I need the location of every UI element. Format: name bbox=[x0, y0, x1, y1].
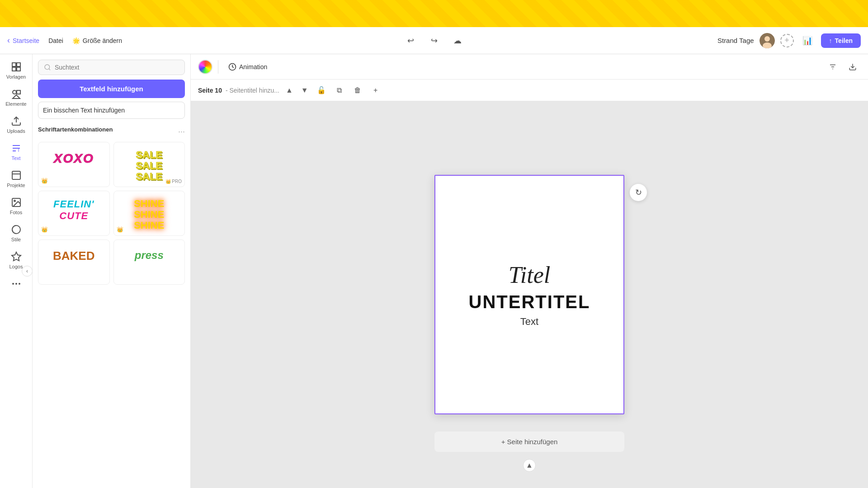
collapse-pages-button[interactable]: ▲ bbox=[523, 459, 536, 472]
left-panel: Textfeld hinzufügen Ein bisschen Text hi… bbox=[33, 54, 191, 488]
xoxo-text: XOXO bbox=[54, 151, 94, 166]
svg-point-18 bbox=[19, 283, 20, 284]
font-card-sale[interactable]: SALESALESALE 👑 PRO bbox=[113, 142, 185, 187]
sidebar-item-label: Uploads bbox=[7, 128, 25, 134]
sale-text: SALESALESALE bbox=[136, 150, 162, 183]
svg-point-16 bbox=[13, 283, 14, 284]
page-lock-button[interactable]: 🔓 bbox=[315, 84, 328, 97]
download-button[interactable] bbox=[844, 59, 861, 75]
svg-marker-15 bbox=[12, 252, 21, 261]
add-page-button[interactable]: + Seite hinzufügen bbox=[434, 432, 624, 452]
collapse-panel-button[interactable]: ‹ bbox=[22, 266, 33, 277]
page-label: Seite 10 bbox=[198, 87, 222, 94]
canvas-title[interactable]: Titel bbox=[509, 262, 550, 288]
back-label: Startseite bbox=[13, 37, 39, 44]
svg-point-13 bbox=[14, 200, 15, 202]
project-name: Strand Tage bbox=[717, 37, 754, 44]
crown-icon-shine: 👑 bbox=[117, 226, 123, 233]
sidebar-item-stile[interactable]: Stile bbox=[2, 221, 31, 246]
size-icon: 🌟 bbox=[72, 37, 80, 44]
svg-point-7 bbox=[13, 90, 16, 94]
font-card-press[interactable]: press bbox=[113, 239, 185, 285]
stats-button[interactable]: 📊 bbox=[799, 33, 816, 49]
add-textfield-button[interactable]: Textfeld hinzufügen bbox=[38, 80, 185, 98]
undo-button[interactable]: ↩ bbox=[402, 33, 419, 49]
save-cloud-button[interactable]: ☁ bbox=[449, 33, 466, 49]
share-button[interactable]: ↑ Teilen bbox=[821, 33, 861, 48]
page-duplicate-button[interactable]: ⧉ bbox=[333, 84, 346, 97]
header: ‹ Startseite Datei 🌟 Größe ändern ↩ ↪ ☁ … bbox=[0, 27, 868, 54]
more-options-button[interactable]: ··· bbox=[178, 127, 185, 136]
sidebar-item-elemente[interactable]: Elemente bbox=[2, 85, 31, 110]
canvas-page[interactable]: Titel UNTERTITEL Text bbox=[434, 175, 624, 414]
sidebar-item-vorlagen[interactable]: Vorlagen bbox=[2, 58, 31, 83]
page-nav-up[interactable]: ▲ bbox=[284, 85, 295, 95]
filter-button[interactable] bbox=[825, 59, 841, 75]
header-center: ↩ ↪ ☁ bbox=[402, 33, 466, 49]
sidebar-item-label: Vorlagen bbox=[6, 74, 26, 80]
font-card-xoxo[interactable]: XOXO 👑 bbox=[38, 142, 110, 187]
canvas-toolbar: Animation bbox=[191, 54, 868, 80]
svg-point-19 bbox=[45, 65, 50, 70]
canvas-body-text[interactable]: Text bbox=[520, 316, 538, 328]
canvas-area: Animation Seite 10 - Seitentitel h bbox=[191, 54, 868, 488]
page-subtitle: - Seitentitel hinzu... bbox=[226, 87, 279, 94]
search-input[interactable] bbox=[55, 64, 179, 71]
sidebar-item-label: Text bbox=[11, 155, 20, 161]
sidebar-item-label: Stile bbox=[11, 237, 21, 242]
page-delete-button[interactable]: 🗑 bbox=[351, 84, 364, 97]
add-user-button[interactable]: + bbox=[780, 34, 794, 47]
font-grid: XOXO 👑 SALESALESALE 👑 PRO FEELIN' CUTE bbox=[38, 142, 185, 285]
top-banner bbox=[0, 0, 868, 27]
page-controls: Seite 10 - Seitentitel hinzu... ▲ ▼ 🔓 ⧉ … bbox=[191, 80, 868, 101]
canvas-subtitle[interactable]: UNTERTITEL bbox=[469, 292, 590, 312]
sidebar-item-fotos[interactable]: Fotos bbox=[2, 193, 31, 219]
sidebar-item-label: Fotos bbox=[10, 210, 23, 215]
press-text: press bbox=[135, 249, 164, 262]
font-card-baked[interactable]: BAKED bbox=[38, 239, 110, 285]
svg-point-1 bbox=[764, 36, 770, 42]
svg-rect-3 bbox=[12, 63, 16, 66]
sidebar-item-uploads[interactable]: Uploads bbox=[2, 112, 31, 137]
animation-button[interactable]: Animation bbox=[224, 60, 272, 74]
svg-rect-4 bbox=[17, 63, 20, 66]
svg-rect-6 bbox=[17, 67, 20, 71]
page-nav-down[interactable]: ▼ bbox=[299, 85, 310, 95]
search-box bbox=[38, 60, 185, 75]
sidebar-item-label: Projekte bbox=[7, 183, 25, 188]
svg-rect-8 bbox=[17, 90, 20, 94]
canvas-scroll[interactable]: Titel UNTERTITEL Text ↻ + Seite hinzufüg… bbox=[191, 101, 868, 488]
avatar bbox=[760, 33, 775, 48]
page-add-button[interactable]: + bbox=[369, 84, 382, 97]
color-picker-button[interactable] bbox=[198, 60, 212, 74]
refresh-button[interactable]: ↻ bbox=[630, 184, 647, 201]
sidebar-item-apps[interactable] bbox=[2, 275, 31, 295]
font-card-feelin[interactable]: FEELIN' CUTE 👑 bbox=[38, 191, 110, 236]
back-arrow-icon: ‹ bbox=[7, 36, 10, 45]
toolbar-divider bbox=[218, 60, 218, 74]
add-page-wrapper: + Seite hinzufügen bbox=[434, 424, 624, 452]
animation-icon bbox=[228, 63, 236, 71]
animation-label: Animation bbox=[239, 63, 267, 70]
crown-icon-sale: 👑 bbox=[165, 179, 171, 184]
svg-line-20 bbox=[49, 69, 50, 70]
shine-text: SHINESHINESHINE bbox=[134, 198, 164, 231]
sidebar-item-projekte[interactable]: Projekte bbox=[2, 166, 31, 192]
size-change-btn[interactable]: 🌟 Größe ändern bbox=[72, 37, 122, 44]
left-panel-inner: Textfeld hinzufügen Ein bisschen Text hi… bbox=[33, 54, 190, 488]
crown-icon-xoxo: 👑 bbox=[41, 178, 48, 184]
back-button[interactable]: ‹ Startseite bbox=[7, 36, 39, 45]
sidebar-item-text[interactable]: T Text bbox=[2, 139, 31, 164]
redo-button[interactable]: ↪ bbox=[426, 33, 442, 49]
add-small-text-button[interactable]: Ein bisschen Text hinzufügen bbox=[38, 102, 185, 119]
svg-rect-11 bbox=[12, 171, 20, 179]
header-left: ‹ Startseite Datei 🌟 Größe ändern bbox=[7, 34, 712, 47]
search-icon bbox=[44, 64, 51, 71]
main-layout: Vorlagen Elemente Uploads T Text Pro bbox=[0, 54, 868, 488]
svg-point-17 bbox=[16, 283, 17, 284]
share-icon: ↑ bbox=[829, 37, 832, 44]
font-card-shine[interactable]: SHINESHINESHINE 👑 bbox=[113, 191, 185, 236]
svg-rect-5 bbox=[12, 67, 16, 71]
svg-text:T: T bbox=[17, 148, 20, 153]
file-menu[interactable]: Datei bbox=[45, 34, 67, 47]
